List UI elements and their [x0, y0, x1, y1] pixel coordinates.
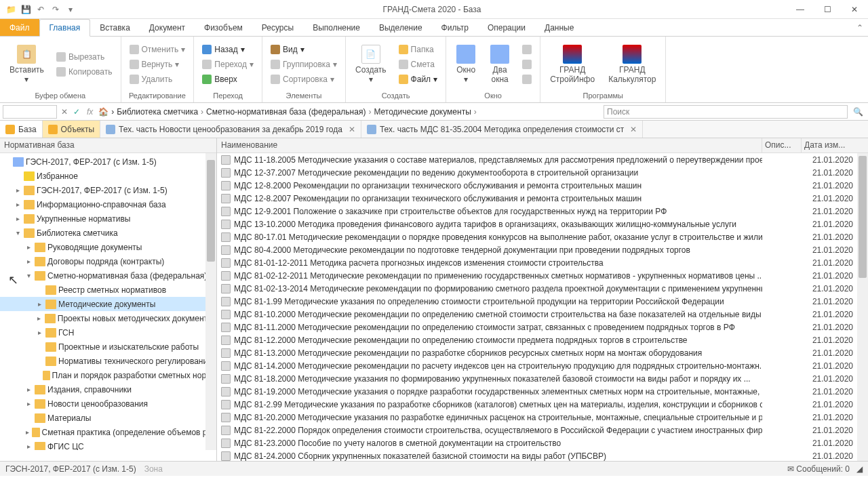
tab-select[interactable]: Выделение: [370, 19, 432, 36]
expand-icon[interactable]: ▸: [35, 314, 43, 322]
accept-formula-icon[interactable]: ✓: [72, 107, 81, 117]
list-row[interactable]: МДС 81-14.2000 Методические рекомендации…: [217, 359, 868, 372]
expand-icon[interactable]: ▾: [14, 229, 22, 237]
tree-item[interactable]: ▸ГСН: [0, 325, 216, 340]
list-row[interactable]: МДС 11-18.2005 Методические указания о с…: [217, 153, 868, 166]
qat-customize-icon[interactable]: ▾: [64, 3, 77, 16]
doc-tab-2[interactable]: Тех. часть МДС 81-35.2004 Методика опред…: [361, 121, 643, 138]
list-row[interactable]: МДС 81-02-12-2011 Методические рекоменда…: [217, 269, 868, 282]
breadcrumb-1[interactable]: Библиотека сметчика: [117, 107, 198, 117]
list-row[interactable]: МДС 80-4.2000 Методические рекомендации …: [217, 243, 868, 256]
expand-icon[interactable]: ▸: [24, 443, 33, 450]
expand-icon[interactable]: ▸: [24, 386, 33, 393]
doc-tab-1[interactable]: Тех. часть Новости ценообразования за де…: [100, 121, 361, 138]
expand-icon[interactable]: ▸: [24, 243, 33, 251]
list-row[interactable]: МДС 13-10.2000 Методика проведения финан…: [217, 218, 868, 230]
list-row[interactable]: МДС 81-23.2000 Пособие по учету налогов …: [217, 436, 868, 449]
tab-physvol[interactable]: Физобъем: [195, 19, 252, 36]
tree-item[interactable]: ▸Проекты новых методических документов: [0, 311, 216, 325]
list-row[interactable]: МДС 12-9.2001 Положение о заказчике при …: [217, 205, 868, 218]
back-button[interactable]: Назад▾: [198, 42, 258, 57]
tree-item[interactable]: ▸Руководящие документы: [0, 240, 216, 254]
tree-item[interactable]: ГЭСН-2017, ФЕР-2017 (с Изм. 1-5): [0, 155, 216, 169]
list-row[interactable]: МДС 81-13.2000 Методические рекомендации…: [217, 346, 868, 359]
copy-button[interactable]: Копировать: [52, 64, 117, 79]
ribbon-collapse-icon[interactable]: ⌃: [852, 19, 868, 36]
expand-icon[interactable]: ▸: [14, 186, 22, 194]
expand-icon[interactable]: ▸: [35, 329, 43, 336]
list-row[interactable]: МДС 81-10.2000 Методические рекомендации…: [217, 308, 868, 321]
maximize-button[interactable]: ☐: [814, 0, 841, 19]
redo-icon[interactable]: ↷: [49, 3, 62, 16]
file-button[interactable]: Файл▾: [395, 72, 442, 87]
list-row[interactable]: МДС 81-20.2000 Методические указания по …: [217, 411, 868, 424]
tab-ops[interactable]: Операции: [478, 19, 535, 36]
column-name[interactable]: Наименование: [217, 138, 762, 152]
tab-main[interactable]: Главная: [39, 19, 91, 37]
expand-icon[interactable]: ▸: [24, 258, 33, 265]
view-tab-base[interactable]: База: [0, 121, 43, 138]
group-button[interactable]: Группировка▾: [267, 57, 341, 72]
expand-icon[interactable]: ▸: [24, 428, 30, 436]
close-icon[interactable]: ✕: [627, 125, 637, 134]
folder-open-icon[interactable]: 📁: [4, 3, 18, 16]
tree-item[interactable]: ▸Новости ценообразования: [0, 396, 216, 411]
status-corner-icon[interactable]: ◢: [856, 464, 863, 474]
two-windows-button[interactable]: Два окна: [484, 42, 515, 87]
tree-item[interactable]: ▾Сметно-нормативная база (федеральная): [0, 268, 216, 283]
create-button[interactable]: 📄Создать▾: [350, 42, 392, 87]
name-box[interactable]: [3, 105, 57, 119]
cut-button[interactable]: Вырезать: [52, 49, 117, 64]
sort-button[interactable]: Сортировка▾: [267, 72, 341, 87]
list-row[interactable]: МДС 12-37.2007 Методические рекомендации…: [217, 166, 868, 179]
column-date[interactable]: Дата изм...: [802, 138, 857, 152]
list-row[interactable]: МДС 81-24.2000 Сборник укрупненных показ…: [217, 449, 868, 461]
undo-button[interactable]: Отменить▾: [125, 42, 190, 57]
list-row[interactable]: МДС 81-01-12-2011 Методика расчета прогн…: [217, 256, 868, 269]
up-button[interactable]: Вверх: [198, 72, 258, 87]
save-icon[interactable]: 💾: [19, 3, 33, 16]
undo-icon[interactable]: ↶: [34, 3, 47, 16]
tree-item[interactable]: ▸Сметная практика (определение объемов р…: [0, 425, 216, 439]
tree-item[interactable]: Реестр сметных нормативов: [0, 283, 216, 297]
forward-button[interactable]: Переход▾: [198, 57, 258, 72]
redo-button[interactable]: Вернуть▾: [125, 57, 190, 72]
delete-button[interactable]: Удалить: [125, 72, 190, 87]
list-row[interactable]: МДС 81-19.2000 Методические указания о п…: [217, 385, 868, 398]
cancel-formula-icon[interactable]: ✕: [60, 107, 69, 117]
tab-file[interactable]: Файл: [0, 19, 39, 36]
home-icon[interactable]: 🏠: [98, 107, 108, 117]
tab-filter[interactable]: Фильтр: [432, 19, 478, 36]
expand-icon[interactable]: ▸: [35, 300, 43, 308]
expand-icon[interactable]: ▸: [24, 400, 33, 407]
tree-hscrollbar[interactable]: [0, 450, 216, 461]
view-button[interactable]: Вид▾: [267, 42, 341, 57]
tree-item[interactable]: ▸ГЭСН-2017, ФЕР-2017 (с Изм. 1-5): [0, 183, 216, 197]
tree-vscrollbar[interactable]: [205, 153, 216, 450]
tree-item[interactable]: Нормативы технического регулирования: [0, 354, 216, 368]
close-icon[interactable]: ✕: [346, 125, 355, 134]
list-row[interactable]: МДС 12-8.2000 Рекомендации по организаци…: [217, 179, 868, 192]
list-vscrollbar[interactable]: [857, 153, 868, 461]
tree-item[interactable]: ▸Издания, справочники: [0, 382, 216, 396]
folder-button[interactable]: Папка: [395, 42, 442, 57]
list-row[interactable]: МДС 81-22.2000 Порядок определения стоим…: [217, 424, 868, 436]
list-row[interactable]: МДС 81-11.2000 Методические рекомендации…: [217, 321, 868, 333]
expand-icon[interactable]: ▸: [14, 215, 22, 222]
search-input[interactable]: Поиск: [604, 105, 848, 119]
list-row[interactable]: МДС 81-02-13-2014 Методические рекоменда…: [217, 282, 868, 295]
scrollbar-thumb[interactable]: [207, 160, 215, 262]
search-icon[interactable]: 🔍: [850, 107, 865, 117]
tab-execute[interactable]: Выполнение: [303, 19, 370, 36]
grand-calc-button[interactable]: ГРАНД Калькулятор: [603, 42, 661, 87]
list-row[interactable]: МДС 80-17.01 Методические рекомендации о…: [217, 230, 868, 243]
expand-icon[interactable]: ▸: [14, 201, 22, 208]
tree-item[interactable]: Избранное: [0, 169, 216, 183]
tree-item[interactable]: План и порядок разработки сметных норма: [0, 368, 216, 382]
tree-item[interactable]: ▸Договоры подряда (контракты): [0, 254, 216, 268]
view-tab-objects[interactable]: Объекты: [43, 121, 101, 138]
win-opt1-icon[interactable]: [518, 42, 536, 57]
scrollbar-thumb[interactable]: [859, 156, 867, 278]
tab-insert[interactable]: Вставка: [90, 19, 140, 36]
window-button[interactable]: Окно▾: [450, 42, 481, 87]
